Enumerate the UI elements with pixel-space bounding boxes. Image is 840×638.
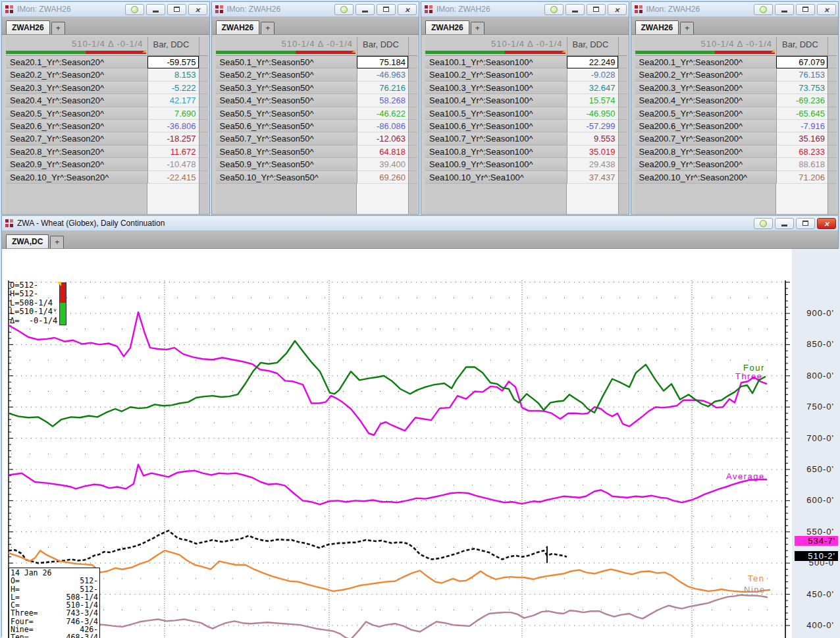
close-button[interactable] <box>188 4 207 15</box>
study-label-cell[interactable]: Sea50.4_Yr^:Season50^ <box>216 94 357 107</box>
study-label-cell[interactable]: Sea20.8_Yr^:Season20^ <box>6 146 147 158</box>
value-cell[interactable]: -12.063 <box>357 132 408 145</box>
title-bar[interactable]: IMon: ZWAH26 <box>421 2 629 17</box>
value-cell[interactable]: 76.153 <box>776 68 827 81</box>
value-cell[interactable]: 42.177 <box>147 94 199 107</box>
study-label-cell[interactable]: Sea100.6_Yr^:Season100^ <box>425 120 567 132</box>
column-header[interactable]: Bar, DDC <box>357 37 408 55</box>
value-cell[interactable]: -46.963 <box>357 68 408 81</box>
study-label-cell[interactable]: Sea20.2_Yr^:Season20^ <box>6 68 147 81</box>
chart-title-bar[interactable]: ZWA - Wheat (Globex), Daily Continuation <box>2 216 838 231</box>
add-tab-button[interactable]: + <box>261 22 275 34</box>
value-cell[interactable]: 73.753 <box>776 82 827 94</box>
value-cell[interactable]: 11.672 <box>147 146 199 158</box>
study-label-cell[interactable]: Sea200.2_Yr^:Season200^ <box>635 68 777 81</box>
restore-button[interactable] <box>167 4 186 15</box>
study-label-cell[interactable]: Sea20.10_Yr^:Season20^ <box>6 171 147 184</box>
study-label-cell[interactable]: Sea100.1_Yr^:Season100^ <box>425 56 567 68</box>
study-label-cell[interactable]: Sea50.9_Yr^:Season50^ <box>216 158 357 171</box>
value-cell[interactable]: -65.645 <box>776 107 827 120</box>
study-label-cell[interactable]: Sea50.8_Yr^:Season50^ <box>216 146 357 158</box>
value-cell[interactable]: 58.268 <box>357 94 408 107</box>
study-label-cell[interactable]: Sea50.10_Yr^:Season50^ <box>216 171 357 184</box>
restore-button[interactable] <box>796 4 815 15</box>
live-indicator-button[interactable] <box>754 4 773 15</box>
study-label-cell[interactable]: Sea200.5_Yr^:Season200^ <box>635 107 777 120</box>
value-cell[interactable]: 15.574 <box>567 94 618 107</box>
value-cell[interactable]: -46.950 <box>567 107 618 120</box>
study-label-cell[interactable]: Sea100.4_Yr^:Season100^ <box>425 94 567 107</box>
value-cell[interactable]: 8.153 <box>147 68 199 81</box>
live-indicator-button[interactable] <box>544 4 564 15</box>
value-cell[interactable]: 37.437 <box>567 171 618 184</box>
value-cell[interactable]: -7.916 <box>776 120 827 132</box>
value-cell[interactable]: 67.079 <box>776 56 827 68</box>
column-header[interactable]: Bar, DDC <box>147 37 199 55</box>
column-header[interactable]: Bar, DDC <box>567 37 618 55</box>
value-cell[interactable]: 69.260 <box>357 171 408 184</box>
value-cell[interactable]: -10.478 <box>147 158 199 171</box>
study-label-cell[interactable]: Sea50.5_Yr^:Season50^ <box>216 107 357 120</box>
value-cell[interactable]: -36.806 <box>147 120 199 132</box>
minimize-button[interactable] <box>355 4 375 15</box>
study-label-cell[interactable]: Sea20.1_Yr^:Season20^ <box>6 56 147 68</box>
study-label-cell[interactable]: Sea100.9_Yr^:Season100^ <box>425 158 567 171</box>
value-cell[interactable]: 71.206 <box>776 171 827 184</box>
value-cell[interactable]: -86.086 <box>357 120 408 132</box>
tab-symbol[interactable]: ZWAH26 <box>425 20 469 34</box>
study-label-cell[interactable]: Sea50.7_Yr^:Season50^ <box>216 132 357 145</box>
value-cell[interactable]: 35.019 <box>567 146 618 158</box>
add-tab-button[interactable]: + <box>471 22 485 34</box>
study-label-cell[interactable]: Sea200.3_Yr^:Season200^ <box>635 82 777 94</box>
live-indicator-button[interactable] <box>125 4 144 15</box>
minimize-button[interactable] <box>146 4 165 15</box>
price-scale-strip[interactable] <box>792 249 840 638</box>
study-label-cell[interactable]: Sea20.5_Yr^:Season20^ <box>6 107 147 120</box>
value-cell[interactable]: -57.299 <box>567 120 618 132</box>
close-button[interactable] <box>817 4 836 15</box>
value-cell[interactable]: 68.233 <box>776 146 827 158</box>
title-bar[interactable]: IMon: ZWAH26 <box>2 2 209 17</box>
study-label-cell[interactable]: Sea200.1_Yr^:Season200^ <box>635 56 777 68</box>
study-label-cell[interactable]: Sea50.6_Yr^:Season50^ <box>216 120 357 132</box>
study-label-cell[interactable]: Sea100.5_Yr^:Season100^ <box>425 107 567 120</box>
study-label-cell[interactable]: Sea50.1_Yr^:Season50^ <box>216 56 357 68</box>
restore-button[interactable] <box>377 4 396 15</box>
value-cell[interactable]: 22.249 <box>567 56 618 68</box>
value-cell[interactable]: -18.257 <box>147 132 199 145</box>
study-label-cell[interactable]: Sea100.8_Yr^:Season100^ <box>425 146 567 158</box>
price-chart-canvas[interactable] <box>2 279 792 638</box>
study-label-cell[interactable]: Sea20.9_Yr^:Season20^ <box>6 158 147 171</box>
study-label-cell[interactable]: Sea20.4_Yr^:Season20^ <box>6 94 147 107</box>
tab-symbol[interactable]: ZWAH26 <box>635 20 679 34</box>
value-cell[interactable]: 29.438 <box>567 158 618 171</box>
add-tab-button[interactable]: + <box>50 236 64 248</box>
title-bar[interactable]: IMon: ZWAH26 <box>212 2 419 17</box>
value-cell[interactable]: 64.818 <box>357 146 408 158</box>
study-label-cell[interactable]: Sea50.2_Yr^:Season50^ <box>216 68 357 81</box>
value-cell[interactable]: -9.028 <box>567 68 618 81</box>
value-cell[interactable]: -46.622 <box>357 107 408 120</box>
live-indicator-button[interactable] <box>334 4 354 15</box>
study-label-cell[interactable]: Sea20.7_Yr^:Season20^ <box>6 132 147 145</box>
study-label-cell[interactable]: Sea200.6_Yr^:Season200^ <box>635 120 777 132</box>
add-tab-button[interactable]: + <box>680 22 694 34</box>
value-cell[interactable]: -59.575 <box>147 56 199 68</box>
tab-symbol[interactable]: ZWAH26 <box>6 20 50 34</box>
study-label-cell[interactable]: Sea100.3_Yr^:Season100^ <box>425 82 567 94</box>
value-cell[interactable]: 9.553 <box>567 132 618 145</box>
value-cell[interactable]: -22.415 <box>147 171 199 184</box>
tab-symbol[interactable]: ZWAH26 <box>216 20 260 34</box>
study-label-cell[interactable]: Sea20.6_Yr^:Season20^ <box>6 120 147 132</box>
tab-chart-symbol[interactable]: ZWA,DC <box>6 234 49 248</box>
value-cell[interactable]: 32.647 <box>567 82 618 94</box>
minimize-button[interactable] <box>775 218 794 229</box>
study-label-cell[interactable]: Sea200.8_Yr^:Season200^ <box>635 146 777 158</box>
study-label-cell[interactable]: Sea200.10_Yr^:Season200^ <box>635 171 777 184</box>
minimize-button[interactable] <box>775 4 794 15</box>
value-cell[interactable]: 35.169 <box>776 132 827 145</box>
study-label-cell[interactable]: Sea20.3_Yr^:Season20^ <box>6 82 147 94</box>
restore-button[interactable] <box>587 4 606 15</box>
minimize-button[interactable] <box>565 4 585 15</box>
close-button[interactable] <box>608 4 627 15</box>
